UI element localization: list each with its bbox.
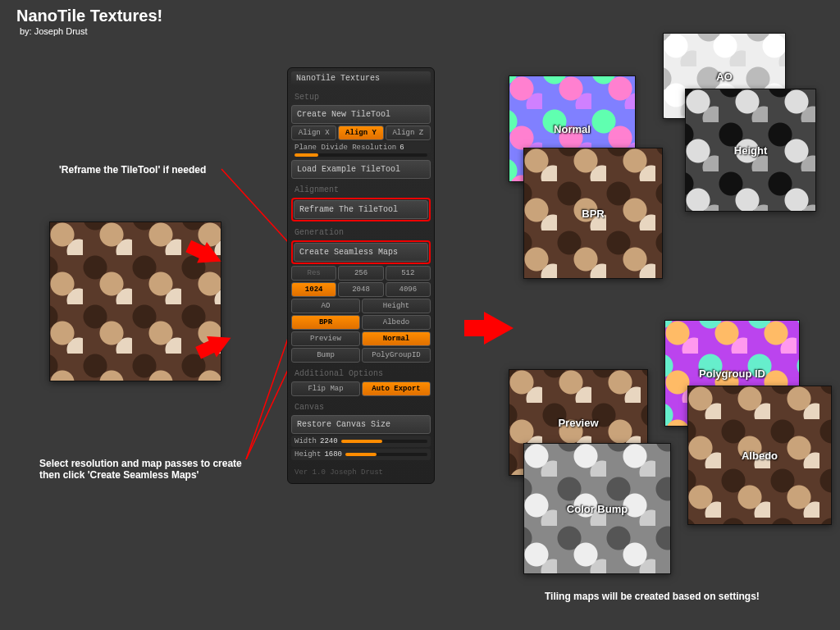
section-setup: Setup xyxy=(291,88,431,103)
label-preview: Preview xyxy=(558,417,598,429)
panel-credit: Ver 1.0 Joseph Drust xyxy=(291,462,431,480)
plane-divide-slider[interactable]: Plane Divide Resolution 6 xyxy=(291,142,431,153)
align-row: Align X Align Y Align Z xyxy=(291,126,431,140)
output-albedo: Albedo xyxy=(687,386,832,525)
res-512-button[interactable]: 512 xyxy=(386,266,431,281)
section-canvas: Canvas xyxy=(291,398,431,413)
svg-line-2 xyxy=(246,361,292,459)
align-y-button[interactable]: Align Y xyxy=(338,126,383,140)
create-tiletool-button[interactable]: Create New TileTool xyxy=(291,105,431,124)
res-row-2: 1024 2048 4096 xyxy=(291,282,431,297)
create-seamless-maps-button[interactable]: Create Seamless Maps xyxy=(294,243,428,262)
reframe-tiletool-button[interactable]: Reframe The TileTool xyxy=(294,200,428,219)
label-polygroup: Polygroup ID xyxy=(699,368,765,380)
res-2048-button[interactable]: 2048 xyxy=(338,282,383,297)
load-example-button[interactable]: Load Example TileTool xyxy=(291,160,431,179)
map-polygroup-button[interactable]: PolyGroupID xyxy=(362,348,431,363)
section-alignment: Alignment xyxy=(291,180,431,196)
page-title: NanoTile Textures! xyxy=(16,7,162,25)
canvas-width-slider[interactable]: Width 2240 xyxy=(291,436,431,447)
res-1024-button[interactable]: 1024 xyxy=(291,282,336,297)
map-albedo-button[interactable]: Albedo xyxy=(362,315,431,330)
label-albedo: Albedo xyxy=(742,450,778,462)
auto-export-button[interactable]: Auto Export xyxy=(362,381,431,396)
output-colorbump: Color Bump xyxy=(523,443,671,574)
align-z-button[interactable]: Align Z xyxy=(386,126,431,140)
annotation-reframe: 'Reframe the TileTool' if needed xyxy=(59,164,206,176)
width-value: 2240 xyxy=(320,437,338,445)
plane-divide-value: 6 xyxy=(399,144,404,152)
nanotile-panel: NanoTile Textures Setup Create New TileT… xyxy=(287,67,435,484)
section-additional: Additional Options xyxy=(291,364,431,380)
page-subtitle: by: Joseph Drust xyxy=(20,26,88,36)
arrow-icon xyxy=(484,312,514,345)
map-ao-button[interactable]: AO xyxy=(291,299,360,313)
map-preview-button[interactable]: Preview xyxy=(291,331,360,346)
label-height: Height xyxy=(734,144,767,157)
map-height-button[interactable]: Height xyxy=(362,299,431,313)
annotation-select-res-2: then click 'Create Seamless Maps' xyxy=(39,469,199,481)
panel-title: NanoTile Textures xyxy=(291,71,431,85)
plane-divide-label: Plane Divide Resolution xyxy=(294,144,396,152)
height-value: 1680 xyxy=(324,450,342,459)
map-bpr-button[interactable]: BPR xyxy=(291,315,360,330)
output-height: Height xyxy=(685,89,816,212)
res-4096-button[interactable]: 4096 xyxy=(386,282,431,297)
canvas-height-slider[interactable]: Height 1680 xyxy=(291,449,431,460)
output-bpr: BPR xyxy=(523,148,663,279)
width-label: Width xyxy=(294,437,317,445)
annotation-footer: Tiling maps will be created based on set… xyxy=(545,591,760,602)
align-x-button[interactable]: Align X xyxy=(291,126,336,140)
annotation-select-res-1: Select resolution and map passes to crea… xyxy=(39,458,242,469)
restore-canvas-button[interactable]: Restore Canvas Size xyxy=(291,415,431,434)
res-row-1: Res 256 512 xyxy=(291,266,431,281)
flip-map-button[interactable]: Flip Map xyxy=(291,381,360,396)
svg-line-0 xyxy=(221,169,289,243)
svg-line-1 xyxy=(246,326,292,459)
map-bump-button[interactable]: Bump xyxy=(291,348,360,363)
res-label: Res xyxy=(291,266,336,281)
res-256-button[interactable]: 256 xyxy=(338,266,383,281)
label-ao: AO xyxy=(716,70,733,82)
label-bpr: BPR xyxy=(582,208,604,220)
label-colorbump: Color Bump xyxy=(567,503,628,515)
label-normal: Normal xyxy=(554,123,591,135)
map-normal-button[interactable]: Normal xyxy=(362,331,431,346)
section-generation: Generation xyxy=(291,223,431,239)
height-label: Height xyxy=(294,450,321,459)
